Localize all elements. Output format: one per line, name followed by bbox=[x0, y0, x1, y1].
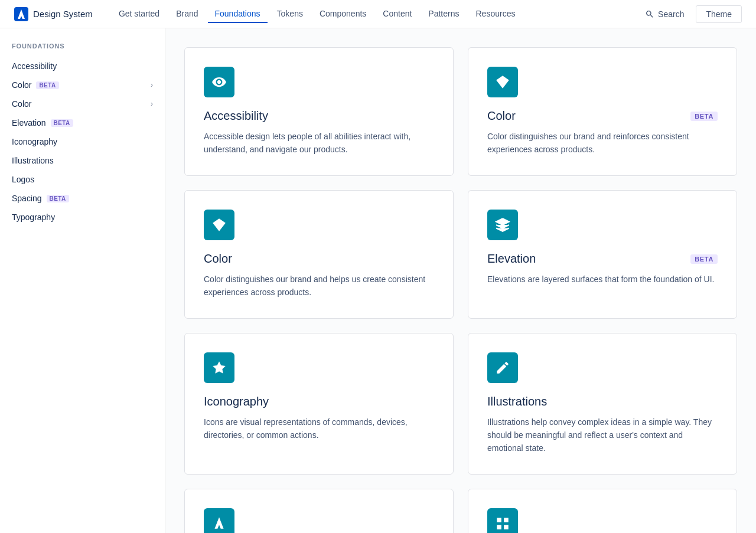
card-description: Color distinguishes our brand and reinfo… bbox=[487, 130, 718, 156]
nav-content[interactable]: Content bbox=[376, 5, 419, 23]
cards-grid: Accessibility Accessible design lets peo… bbox=[184, 47, 737, 533]
card-header: Accessibility bbox=[204, 109, 434, 123]
topnav-right: Search Theme bbox=[638, 5, 742, 23]
sidebar-item-label: Typography bbox=[12, 212, 55, 222]
logo[interactable]: Design System bbox=[14, 7, 93, 21]
sidebar: FOUNDATIONS Accessibility Color BETA › C… bbox=[0, 28, 165, 533]
card-header: Elevation BETA bbox=[487, 252, 718, 266]
card-header: Color BETA bbox=[487, 109, 718, 123]
nav-patterns[interactable]: Patterns bbox=[421, 5, 466, 23]
chevron-right-icon: › bbox=[151, 81, 153, 89]
sidebar-item-typography[interactable]: Typography bbox=[0, 208, 165, 227]
sidebar-badge-beta: BETA bbox=[51, 119, 73, 127]
card-description: Illustrations help convey complex ideas … bbox=[487, 416, 718, 455]
nav-brand[interactable]: Brand bbox=[169, 5, 205, 23]
sidebar-item-accessibility[interactable]: Accessibility bbox=[0, 57, 165, 76]
card-badge: BETA bbox=[690, 254, 718, 264]
main-content: Accessibility Accessible design lets peo… bbox=[165, 28, 756, 533]
search-button[interactable]: Search bbox=[638, 6, 691, 22]
sidebar-item-label: Color bbox=[12, 80, 31, 90]
card-iconography[interactable]: Iconography Icons are visual representat… bbox=[184, 333, 454, 475]
sidebar-item-iconography[interactable]: Iconography bbox=[0, 132, 165, 151]
sidebar-item-color[interactable]: Color › bbox=[0, 94, 165, 113]
theme-button[interactable]: Theme bbox=[696, 5, 742, 23]
card-header: Iconography bbox=[204, 395, 434, 408]
topnav-links: Get started Brand Foundations Tokens Com… bbox=[112, 5, 638, 23]
card-icon-wrap bbox=[487, 67, 518, 97]
card-header: Illustrations bbox=[487, 395, 718, 408]
card-title: Accessibility bbox=[204, 109, 268, 123]
card-description: Color distinguishes our brand and helps … bbox=[204, 273, 434, 299]
card-title: Color bbox=[487, 109, 516, 123]
sidebar-item-color-beta[interactable]: Color BETA › bbox=[0, 76, 165, 94]
card-icon-wrap bbox=[204, 210, 234, 240]
card-color[interactable]: Color Color distinguishes our brand and … bbox=[184, 190, 454, 319]
sidebar-item-spacing[interactable]: Spacing BETA bbox=[0, 189, 165, 208]
card-color-beta[interactable]: Color BETA Color distinguishes our brand… bbox=[468, 47, 737, 176]
chevron-right-icon: › bbox=[151, 100, 153, 108]
search-label: Search bbox=[658, 9, 684, 19]
card-logos[interactable]: Logos Our brand and product logos are cl… bbox=[184, 489, 454, 533]
card-title: Color bbox=[204, 252, 232, 266]
card-title: Illustrations bbox=[487, 395, 547, 408]
page-layout: FOUNDATIONS Accessibility Color BETA › C… bbox=[0, 28, 756, 533]
topnav: Design System Get started Brand Foundati… bbox=[0, 0, 756, 28]
card-description: Accessible design lets people of all abi… bbox=[204, 130, 434, 156]
nav-resources[interactable]: Resources bbox=[469, 5, 523, 23]
card-icon-wrap bbox=[204, 508, 234, 533]
card-elevation[interactable]: Elevation BETA Elevations are layered su… bbox=[468, 190, 737, 319]
sidebar-item-label: Accessibility bbox=[12, 61, 57, 71]
atlassian-logo-icon bbox=[14, 7, 28, 21]
logo-text: Design System bbox=[33, 9, 93, 19]
sidebar-badge-beta: BETA bbox=[47, 195, 69, 202]
card-spacing[interactable]: Spacing BETA A spacing system simplifies… bbox=[468, 489, 737, 533]
card-description: Elevations are layered surfaces that for… bbox=[487, 273, 718, 286]
card-icon-wrap bbox=[204, 67, 234, 97]
card-icon-wrap bbox=[487, 352, 518, 383]
card-icon-wrap bbox=[487, 508, 518, 533]
sidebar-item-elevation[interactable]: Elevation BETA bbox=[0, 113, 165, 132]
nav-tokens[interactable]: Tokens bbox=[270, 5, 310, 23]
nav-foundations[interactable]: Foundations bbox=[208, 5, 268, 23]
sidebar-section-label: FOUNDATIONS bbox=[0, 42, 165, 57]
sidebar-item-label: Illustrations bbox=[12, 156, 54, 165]
card-title: Elevation bbox=[487, 252, 536, 266]
card-title: Iconography bbox=[204, 395, 269, 408]
card-illustrations[interactable]: Illustrations Illustrations help convey … bbox=[468, 333, 737, 475]
card-header: Color bbox=[204, 252, 434, 266]
sidebar-item-logos[interactable]: Logos bbox=[0, 170, 165, 189]
search-icon bbox=[645, 9, 654, 19]
sidebar-item-illustrations[interactable]: Illustrations bbox=[0, 151, 165, 170]
sidebar-item-label: Elevation bbox=[12, 118, 46, 127]
sidebar-item-label: Color bbox=[12, 99, 31, 109]
sidebar-item-label: Spacing bbox=[12, 194, 42, 203]
card-accessibility[interactable]: Accessibility Accessible design lets peo… bbox=[184, 47, 454, 176]
card-badge: BETA bbox=[690, 112, 718, 121]
card-description: Icons are visual representations of comm… bbox=[204, 416, 434, 442]
card-icon-wrap bbox=[204, 352, 234, 383]
card-icon-wrap bbox=[487, 210, 518, 240]
sidebar-item-label: Logos bbox=[12, 175, 34, 184]
nav-get-started[interactable]: Get started bbox=[112, 5, 167, 23]
sidebar-item-label: Iconography bbox=[12, 137, 57, 146]
nav-components[interactable]: Components bbox=[312, 5, 373, 23]
sidebar-badge-beta: BETA bbox=[36, 81, 58, 89]
